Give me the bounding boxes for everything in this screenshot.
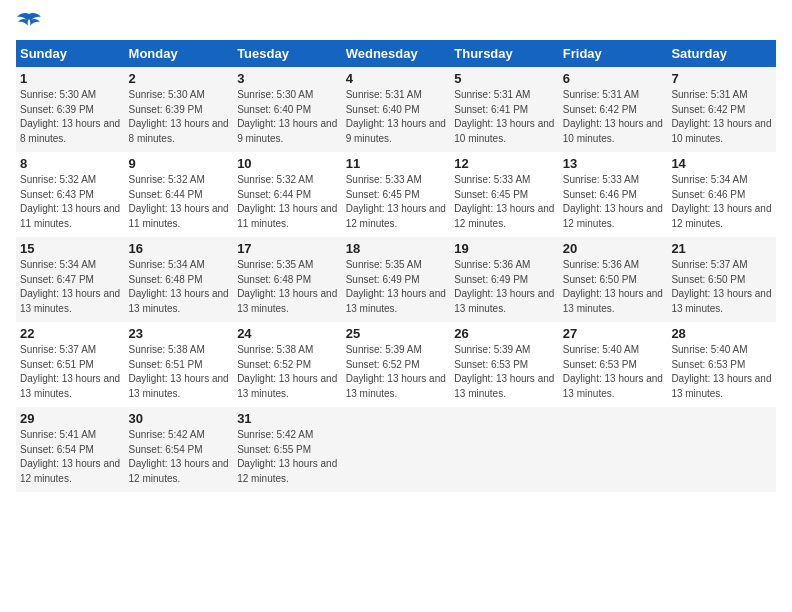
calendar-cell <box>559 407 668 492</box>
calendar-cell: 10Sunrise: 5:32 AMSunset: 6:44 PMDayligh… <box>233 152 342 237</box>
calendar-cell: 28Sunrise: 5:40 AMSunset: 6:53 PMDayligh… <box>667 322 776 407</box>
calendar-cell: 19Sunrise: 5:36 AMSunset: 6:49 PMDayligh… <box>450 237 559 322</box>
calendar-cell: 9Sunrise: 5:32 AMSunset: 6:44 PMDaylight… <box>125 152 234 237</box>
day-detail: Sunrise: 5:34 AMSunset: 6:48 PMDaylight:… <box>129 258 230 316</box>
calendar-cell: 11Sunrise: 5:33 AMSunset: 6:45 PMDayligh… <box>342 152 451 237</box>
day-number: 26 <box>454 326 555 341</box>
calendar-cell: 31Sunrise: 5:42 AMSunset: 6:55 PMDayligh… <box>233 407 342 492</box>
calendar-cell: 5Sunrise: 5:31 AMSunset: 6:41 PMDaylight… <box>450 67 559 152</box>
calendar-cell: 16Sunrise: 5:34 AMSunset: 6:48 PMDayligh… <box>125 237 234 322</box>
day-number: 15 <box>20 241 121 256</box>
day-detail: Sunrise: 5:30 AMSunset: 6:39 PMDaylight:… <box>129 88 230 146</box>
weekday-header-thursday: Thursday <box>450 40 559 67</box>
day-detail: Sunrise: 5:34 AMSunset: 6:47 PMDaylight:… <box>20 258 121 316</box>
day-detail: Sunrise: 5:33 AMSunset: 6:45 PMDaylight:… <box>346 173 447 231</box>
calendar-cell: 7Sunrise: 5:31 AMSunset: 6:42 PMDaylight… <box>667 67 776 152</box>
day-detail: Sunrise: 5:31 AMSunset: 6:42 PMDaylight:… <box>671 88 772 146</box>
day-number: 22 <box>20 326 121 341</box>
day-detail: Sunrise: 5:42 AMSunset: 6:55 PMDaylight:… <box>237 428 338 486</box>
weekday-header-row: SundayMondayTuesdayWednesdayThursdayFrid… <box>16 40 776 67</box>
day-detail: Sunrise: 5:34 AMSunset: 6:46 PMDaylight:… <box>671 173 772 231</box>
calendar-cell: 24Sunrise: 5:38 AMSunset: 6:52 PMDayligh… <box>233 322 342 407</box>
day-detail: Sunrise: 5:37 AMSunset: 6:51 PMDaylight:… <box>20 343 121 401</box>
day-number: 16 <box>129 241 230 256</box>
day-detail: Sunrise: 5:33 AMSunset: 6:46 PMDaylight:… <box>563 173 664 231</box>
calendar-cell: 21Sunrise: 5:37 AMSunset: 6:50 PMDayligh… <box>667 237 776 322</box>
day-number: 5 <box>454 71 555 86</box>
calendar-cell: 25Sunrise: 5:39 AMSunset: 6:52 PMDayligh… <box>342 322 451 407</box>
calendar-cell: 29Sunrise: 5:41 AMSunset: 6:54 PMDayligh… <box>16 407 125 492</box>
day-number: 14 <box>671 156 772 171</box>
calendar-cell: 12Sunrise: 5:33 AMSunset: 6:45 PMDayligh… <box>450 152 559 237</box>
calendar-cell: 23Sunrise: 5:38 AMSunset: 6:51 PMDayligh… <box>125 322 234 407</box>
calendar-cell: 18Sunrise: 5:35 AMSunset: 6:49 PMDayligh… <box>342 237 451 322</box>
day-detail: Sunrise: 5:38 AMSunset: 6:52 PMDaylight:… <box>237 343 338 401</box>
calendar-week-row: 1Sunrise: 5:30 AMSunset: 6:39 PMDaylight… <box>16 67 776 152</box>
day-detail: Sunrise: 5:40 AMSunset: 6:53 PMDaylight:… <box>563 343 664 401</box>
day-number: 28 <box>671 326 772 341</box>
day-detail: Sunrise: 5:32 AMSunset: 6:43 PMDaylight:… <box>20 173 121 231</box>
calendar-cell: 3Sunrise: 5:30 AMSunset: 6:40 PMDaylight… <box>233 67 342 152</box>
day-detail: Sunrise: 5:39 AMSunset: 6:52 PMDaylight:… <box>346 343 447 401</box>
calendar-cell <box>667 407 776 492</box>
calendar-cell: 1Sunrise: 5:30 AMSunset: 6:39 PMDaylight… <box>16 67 125 152</box>
day-detail: Sunrise: 5:37 AMSunset: 6:50 PMDaylight:… <box>671 258 772 316</box>
weekday-header-wednesday: Wednesday <box>342 40 451 67</box>
day-number: 4 <box>346 71 447 86</box>
day-detail: Sunrise: 5:40 AMSunset: 6:53 PMDaylight:… <box>671 343 772 401</box>
day-number: 1 <box>20 71 121 86</box>
calendar-cell: 14Sunrise: 5:34 AMSunset: 6:46 PMDayligh… <box>667 152 776 237</box>
day-detail: Sunrise: 5:30 AMSunset: 6:40 PMDaylight:… <box>237 88 338 146</box>
calendar-cell: 30Sunrise: 5:42 AMSunset: 6:54 PMDayligh… <box>125 407 234 492</box>
day-detail: Sunrise: 5:30 AMSunset: 6:39 PMDaylight:… <box>20 88 121 146</box>
calendar-cell: 17Sunrise: 5:35 AMSunset: 6:48 PMDayligh… <box>233 237 342 322</box>
weekday-header-tuesday: Tuesday <box>233 40 342 67</box>
logo-content <box>16 16 42 32</box>
day-number: 8 <box>20 156 121 171</box>
day-number: 31 <box>237 411 338 426</box>
day-detail: Sunrise: 5:38 AMSunset: 6:51 PMDaylight:… <box>129 343 230 401</box>
day-detail: Sunrise: 5:35 AMSunset: 6:49 PMDaylight:… <box>346 258 447 316</box>
day-number: 13 <box>563 156 664 171</box>
day-number: 2 <box>129 71 230 86</box>
weekday-header-friday: Friday <box>559 40 668 67</box>
calendar-cell: 4Sunrise: 5:31 AMSunset: 6:40 PMDaylight… <box>342 67 451 152</box>
day-number: 3 <box>237 71 338 86</box>
day-number: 17 <box>237 241 338 256</box>
day-number: 9 <box>129 156 230 171</box>
day-detail: Sunrise: 5:41 AMSunset: 6:54 PMDaylight:… <box>20 428 121 486</box>
logo-bird-icon <box>16 12 42 32</box>
calendar-cell: 22Sunrise: 5:37 AMSunset: 6:51 PMDayligh… <box>16 322 125 407</box>
day-number: 12 <box>454 156 555 171</box>
weekday-header-saturday: Saturday <box>667 40 776 67</box>
calendar-week-row: 22Sunrise: 5:37 AMSunset: 6:51 PMDayligh… <box>16 322 776 407</box>
calendar-cell <box>342 407 451 492</box>
day-number: 20 <box>563 241 664 256</box>
calendar-cell: 27Sunrise: 5:40 AMSunset: 6:53 PMDayligh… <box>559 322 668 407</box>
calendar-cell: 13Sunrise: 5:33 AMSunset: 6:46 PMDayligh… <box>559 152 668 237</box>
logo <box>16 16 42 32</box>
calendar-week-row: 8Sunrise: 5:32 AMSunset: 6:43 PMDaylight… <box>16 152 776 237</box>
day-number: 30 <box>129 411 230 426</box>
day-detail: Sunrise: 5:39 AMSunset: 6:53 PMDaylight:… <box>454 343 555 401</box>
day-detail: Sunrise: 5:36 AMSunset: 6:50 PMDaylight:… <box>563 258 664 316</box>
day-number: 25 <box>346 326 447 341</box>
weekday-header-sunday: Sunday <box>16 40 125 67</box>
day-detail: Sunrise: 5:31 AMSunset: 6:41 PMDaylight:… <box>454 88 555 146</box>
calendar-cell <box>450 407 559 492</box>
day-number: 6 <box>563 71 664 86</box>
day-number: 19 <box>454 241 555 256</box>
day-number: 11 <box>346 156 447 171</box>
calendar-cell: 20Sunrise: 5:36 AMSunset: 6:50 PMDayligh… <box>559 237 668 322</box>
day-detail: Sunrise: 5:32 AMSunset: 6:44 PMDaylight:… <box>129 173 230 231</box>
calendar-cell: 15Sunrise: 5:34 AMSunset: 6:47 PMDayligh… <box>16 237 125 322</box>
day-number: 7 <box>671 71 772 86</box>
day-detail: Sunrise: 5:42 AMSunset: 6:54 PMDaylight:… <box>129 428 230 486</box>
day-number: 23 <box>129 326 230 341</box>
day-number: 29 <box>20 411 121 426</box>
day-detail: Sunrise: 5:33 AMSunset: 6:45 PMDaylight:… <box>454 173 555 231</box>
calendar-table: SundayMondayTuesdayWednesdayThursdayFrid… <box>16 40 776 492</box>
day-number: 27 <box>563 326 664 341</box>
day-detail: Sunrise: 5:36 AMSunset: 6:49 PMDaylight:… <box>454 258 555 316</box>
day-number: 24 <box>237 326 338 341</box>
